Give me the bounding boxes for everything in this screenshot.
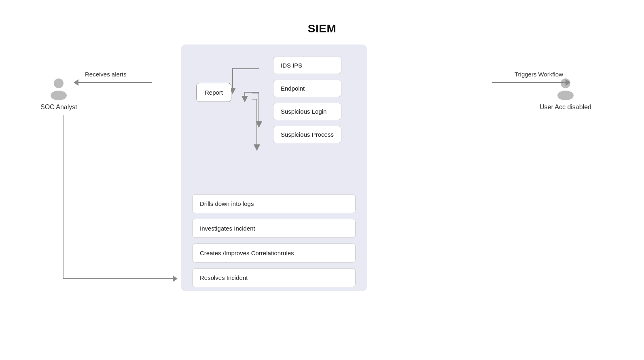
l-arrow-horizontal	[63, 278, 174, 279]
triggers-workflow-label: Triggers Workflow	[515, 71, 563, 78]
creates-correlation-rules-box: Creates /Improves Correlationrules	[192, 244, 356, 263]
triggers-workflow-line	[492, 82, 569, 83]
receives-alerts-line	[75, 82, 152, 83]
right-boxes: IDS IPS Endpoint Suspicious Login Suspic…	[273, 57, 341, 143]
suspicious-login-box: Suspicious Login	[273, 103, 341, 120]
report-box: Report	[196, 83, 231, 102]
l-arrowhead	[173, 275, 178, 282]
ids-ips-box: IDS IPS	[273, 57, 341, 74]
soc-analyst-actor: SOC Analyst	[40, 77, 77, 111]
endpoint-box: Endpoint	[273, 80, 341, 97]
siem-box: Report IDS IPS Endpoint Suspicious Login…	[181, 44, 367, 291]
bottom-section: Drills down into logs Investigates Incid…	[192, 194, 356, 287]
drills-down-box: Drills down into logs	[192, 194, 356, 213]
svg-point-1	[51, 91, 67, 100]
l-arrow-vertical	[63, 115, 64, 279]
top-section: Report IDS IPS Endpoint Suspicious Login…	[192, 57, 356, 186]
soc-analyst-label: SOC Analyst	[40, 104, 77, 111]
resolves-incident-box: Resolves Incident	[192, 268, 356, 287]
soc-analyst-icon	[48, 77, 69, 100]
receives-alerts-arrowhead	[74, 79, 78, 86]
svg-point-0	[54, 78, 64, 88]
investigates-incident-box: Investigates Incident	[192, 219, 356, 238]
svg-point-3	[557, 91, 574, 100]
suspicious-process-box: Suspicious Process	[273, 126, 341, 143]
diagram-container: SOC Analyst User Acc disabled Receives a…	[0, 44, 644, 360]
receives-alerts-label: Receives alerts	[85, 71, 127, 78]
page-title: SIEM	[0, 0, 644, 35]
triggers-workflow-arrowhead	[566, 79, 570, 86]
user-acc-label: User Acc disabled	[540, 104, 591, 111]
